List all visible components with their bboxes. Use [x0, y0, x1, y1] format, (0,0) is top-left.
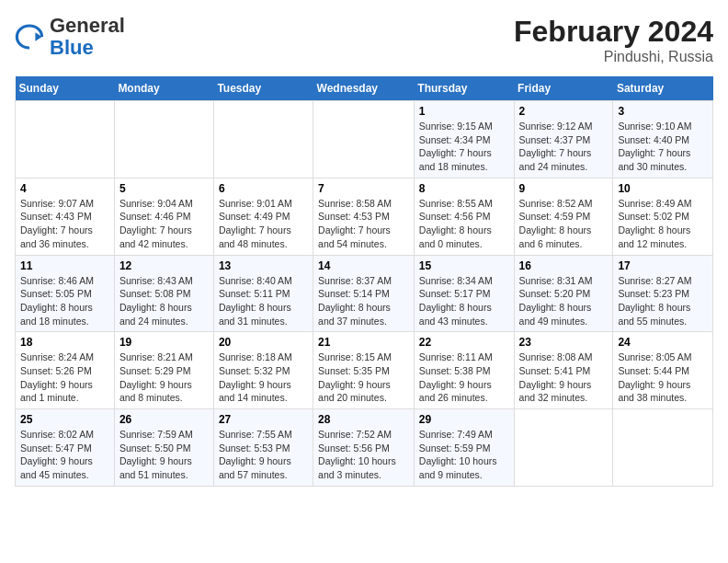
day-number: 7 — [318, 182, 409, 195]
calendar-cell: 22Sunrise: 8:11 AM Sunset: 5:38 PM Dayli… — [414, 332, 514, 409]
day-number: 10 — [618, 182, 708, 195]
calendar-cell: 2Sunrise: 9:12 AM Sunset: 4:37 PM Daylig… — [514, 101, 613, 178]
day-info: Sunrise: 7:52 AM Sunset: 5:56 PM Dayligh… — [318, 428, 409, 482]
day-number: 4 — [20, 182, 109, 195]
header-thursday: Thursday — [414, 76, 514, 101]
calendar-cell: 24Sunrise: 8:05 AM Sunset: 5:44 PM Dayli… — [613, 332, 713, 409]
day-info: Sunrise: 7:55 AM Sunset: 5:53 PM Dayligh… — [219, 428, 308, 482]
day-info: Sunrise: 8:55 AM Sunset: 4:56 PM Dayligh… — [419, 197, 509, 251]
calendar-cell: 6Sunrise: 9:01 AM Sunset: 4:49 PM Daylig… — [213, 178, 313, 255]
calendar-cell: 14Sunrise: 8:37 AM Sunset: 5:14 PM Dayli… — [313, 255, 415, 332]
calendar-cell: 27Sunrise: 7:55 AM Sunset: 5:53 PM Dayli… — [213, 409, 313, 487]
day-number: 29 — [419, 413, 509, 426]
calendar-cell: 29Sunrise: 7:49 AM Sunset: 5:59 PM Dayli… — [414, 409, 514, 487]
calendar-cell — [313, 101, 415, 178]
calendar-cell: 7Sunrise: 8:58 AM Sunset: 4:53 PM Daylig… — [313, 178, 415, 255]
calendar-title: February 2024 — [514, 15, 713, 49]
calendar-cell — [514, 409, 613, 487]
day-number: 17 — [618, 259, 708, 272]
calendar-cell: 25Sunrise: 8:02 AM Sunset: 5:47 PM Dayli… — [16, 409, 115, 487]
day-info: Sunrise: 8:27 AM Sunset: 5:23 PM Dayligh… — [618, 274, 708, 328]
calendar-cell: 8Sunrise: 8:55 AM Sunset: 4:56 PM Daylig… — [414, 178, 514, 255]
calendar-subtitle: Pindushi, Russia — [514, 49, 713, 65]
page-header: General Blue February 2024 Pindushi, Rus… — [15, 15, 713, 65]
day-info: Sunrise: 8:46 AM Sunset: 5:05 PM Dayligh… — [20, 274, 109, 328]
day-info: Sunrise: 8:24 AM Sunset: 5:26 PM Dayligh… — [20, 350, 109, 405]
logo-blue-text: Blue — [50, 36, 94, 59]
calendar-week-row: 25Sunrise: 8:02 AM Sunset: 5:47 PM Dayli… — [16, 409, 713, 487]
day-info: Sunrise: 9:04 AM Sunset: 4:46 PM Dayligh… — [119, 197, 209, 251]
day-number: 11 — [20, 259, 109, 272]
day-info: Sunrise: 8:05 AM Sunset: 5:44 PM Dayligh… — [618, 350, 708, 405]
day-number: 18 — [20, 336, 109, 349]
calendar-table: SundayMondayTuesdayWednesdayThursdayFrid… — [15, 76, 713, 487]
day-info: Sunrise: 8:37 AM Sunset: 5:14 PM Dayligh… — [318, 274, 409, 328]
calendar-cell — [16, 101, 115, 178]
day-number: 3 — [618, 105, 708, 118]
day-info: Sunrise: 8:15 AM Sunset: 5:35 PM Dayligh… — [318, 350, 409, 405]
day-number: 28 — [318, 413, 409, 426]
day-number: 12 — [119, 259, 209, 272]
day-number: 23 — [519, 336, 609, 349]
logo-icon — [15, 22, 44, 52]
day-number: 6 — [219, 182, 308, 195]
logo: General Blue — [15, 15, 125, 59]
day-number: 25 — [20, 413, 109, 426]
day-info: Sunrise: 8:31 AM Sunset: 5:20 PM Dayligh… — [519, 274, 609, 328]
calendar-week-row: 4Sunrise: 9:07 AM Sunset: 4:43 PM Daylig… — [16, 178, 713, 255]
calendar-cell: 20Sunrise: 8:18 AM Sunset: 5:32 PM Dayli… — [213, 332, 313, 409]
day-info: Sunrise: 9:12 AM Sunset: 4:37 PM Dayligh… — [519, 120, 609, 174]
day-number: 26 — [119, 413, 209, 426]
day-number: 8 — [419, 182, 509, 195]
day-info: Sunrise: 7:59 AM Sunset: 5:50 PM Dayligh… — [119, 428, 209, 482]
day-info: Sunrise: 8:02 AM Sunset: 5:47 PM Dayligh… — [20, 428, 109, 482]
calendar-cell: 17Sunrise: 8:27 AM Sunset: 5:23 PM Dayli… — [613, 255, 713, 332]
day-number: 5 — [119, 182, 209, 195]
day-number: 9 — [519, 182, 609, 195]
day-number: 27 — [219, 413, 308, 426]
day-info: Sunrise: 8:58 AM Sunset: 4:53 PM Dayligh… — [318, 197, 409, 251]
calendar-cell: 26Sunrise: 7:59 AM Sunset: 5:50 PM Dayli… — [114, 409, 213, 487]
day-info: Sunrise: 8:43 AM Sunset: 5:08 PM Dayligh… — [119, 274, 209, 328]
calendar-cell: 3Sunrise: 9:10 AM Sunset: 4:40 PM Daylig… — [613, 101, 713, 178]
calendar-week-row: 1Sunrise: 9:15 AM Sunset: 4:34 PM Daylig… — [16, 101, 713, 178]
calendar-week-row: 18Sunrise: 8:24 AM Sunset: 5:26 PM Dayli… — [16, 332, 713, 409]
calendar-cell: 28Sunrise: 7:52 AM Sunset: 5:56 PM Dayli… — [313, 409, 415, 487]
day-info: Sunrise: 8:49 AM Sunset: 5:02 PM Dayligh… — [618, 197, 708, 251]
day-number: 20 — [219, 336, 308, 349]
calendar-cell — [114, 101, 213, 178]
day-info: Sunrise: 9:01 AM Sunset: 4:49 PM Dayligh… — [219, 197, 308, 251]
day-number: 21 — [318, 336, 409, 349]
header-sunday: Sunday — [16, 76, 115, 101]
header-saturday: Saturday — [613, 76, 713, 101]
calendar-cell: 5Sunrise: 9:04 AM Sunset: 4:46 PM Daylig… — [114, 178, 213, 255]
day-number: 13 — [219, 259, 308, 272]
day-info: Sunrise: 8:52 AM Sunset: 4:59 PM Dayligh… — [519, 197, 609, 251]
day-info: Sunrise: 8:08 AM Sunset: 5:41 PM Dayligh… — [519, 350, 609, 405]
day-number: 22 — [419, 336, 509, 349]
day-info: Sunrise: 8:34 AM Sunset: 5:17 PM Dayligh… — [419, 274, 509, 328]
day-info: Sunrise: 7:49 AM Sunset: 5:59 PM Dayligh… — [419, 428, 509, 482]
header-tuesday: Tuesday — [213, 76, 313, 101]
calendar-cell: 21Sunrise: 8:15 AM Sunset: 5:35 PM Dayli… — [313, 332, 415, 409]
header-monday: Monday — [114, 76, 213, 101]
calendar-cell: 19Sunrise: 8:21 AM Sunset: 5:29 PM Dayli… — [114, 332, 213, 409]
calendar-week-row: 11Sunrise: 8:46 AM Sunset: 5:05 PM Dayli… — [16, 255, 713, 332]
day-info: Sunrise: 9:10 AM Sunset: 4:40 PM Dayligh… — [618, 120, 708, 174]
day-number: 19 — [119, 336, 209, 349]
day-info: Sunrise: 8:40 AM Sunset: 5:11 PM Dayligh… — [219, 274, 308, 328]
day-number: 1 — [419, 105, 509, 118]
calendar-cell: 18Sunrise: 8:24 AM Sunset: 5:26 PM Dayli… — [16, 332, 115, 409]
calendar-cell: 10Sunrise: 8:49 AM Sunset: 5:02 PM Dayli… — [613, 178, 713, 255]
calendar-cell: 23Sunrise: 8:08 AM Sunset: 5:41 PM Dayli… — [514, 332, 613, 409]
header-wednesday: Wednesday — [313, 76, 415, 101]
day-info: Sunrise: 8:18 AM Sunset: 5:32 PM Dayligh… — [219, 350, 308, 405]
calendar-cell: 11Sunrise: 8:46 AM Sunset: 5:05 PM Dayli… — [16, 255, 115, 332]
header-friday: Friday — [514, 76, 613, 101]
day-number: 14 — [318, 259, 409, 272]
logo-general-text: General — [50, 14, 125, 37]
calendar-cell: 12Sunrise: 8:43 AM Sunset: 5:08 PM Dayli… — [114, 255, 213, 332]
calendar-cell: 13Sunrise: 8:40 AM Sunset: 5:11 PM Dayli… — [213, 255, 313, 332]
day-info: Sunrise: 8:21 AM Sunset: 5:29 PM Dayligh… — [119, 350, 209, 405]
day-number: 2 — [519, 105, 609, 118]
